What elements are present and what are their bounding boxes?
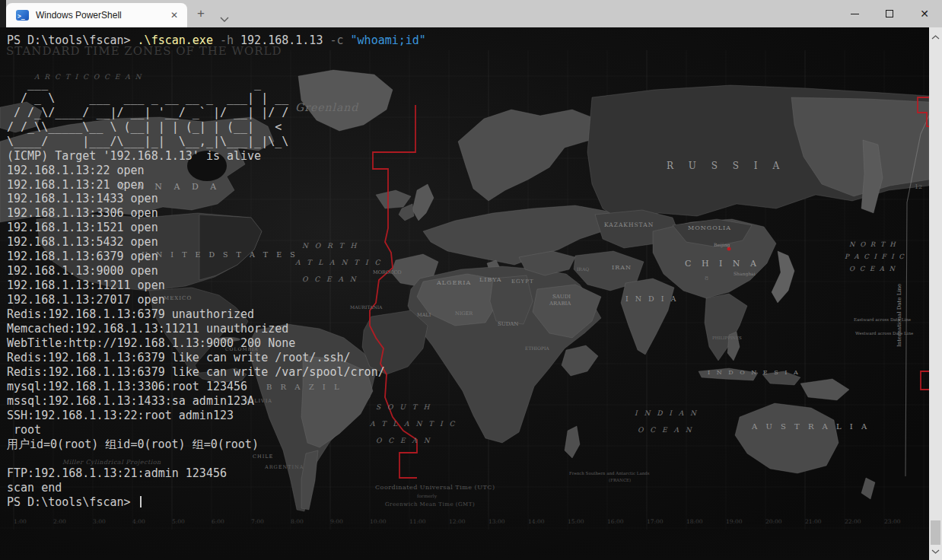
map-label: SAUDI <box>552 294 571 300</box>
map-label: French Southern and Antarctic Lands <box>569 471 650 476</box>
terminal-line: 192.168.1.13:3306 open <box>7 206 426 221</box>
tab-dropdown-button[interactable] <box>220 11 229 25</box>
map-label: Eastward across Date Line <box>854 317 911 322</box>
chevron-down-icon <box>220 17 229 22</box>
terminal-line: Redis:192.168.1.13:6379 unauthorized <box>7 307 426 322</box>
timezone-label: 17:00 <box>647 518 664 525</box>
terminal-line: \____/ |___/\___|_| \__,_|\___|_|\_\ <box>7 135 426 149</box>
minimize-button[interactable] <box>837 0 872 27</box>
map-label: I N D I A N <box>635 409 699 417</box>
scroll-down-icon[interactable] <box>931 544 940 558</box>
command-segment-command: .\fscan.exe <box>138 33 213 47</box>
terminal-line: Memcached:192.168.1.13:11211 unauthorize… <box>7 322 426 336</box>
map-label: EGYPT <box>511 278 534 285</box>
map-label: O C E A N <box>849 265 896 272</box>
command-segment-plain: 192.168.1.13 <box>234 33 329 47</box>
terminal-line: PS D:\tools\fscan> <box>7 495 426 510</box>
scrollbar-thumb[interactable] <box>931 520 940 545</box>
timezone-label: 11:00 <box>409 518 426 525</box>
map-label: IRAN <box>612 264 632 271</box>
terminal-line: / /_\/____/ __|/ __| '__/ _` |/ __| |/ / <box>7 106 426 120</box>
map-label: Shanghai <box>734 271 756 277</box>
close-button[interactable]: ✕ <box>907 0 942 27</box>
timezone-label: 1:00 <box>14 518 27 525</box>
timezone-label: 10:00 <box>370 518 387 525</box>
map-label: ETHIOPIA <box>525 345 549 351</box>
timezone-label: 3:00 <box>93 518 106 525</box>
tab-windows-powershell[interactable]: >_ Windows PowerShell ✕ <box>6 3 187 27</box>
terminal-line: 192.168.1.13:1433 open <box>7 192 426 206</box>
map-label: ALGERIA <box>436 279 471 286</box>
scrollbar[interactable] <box>929 27 942 560</box>
terminal-line: 192.168.1.13:6379 open <box>7 250 426 264</box>
terminal-line: scan end <box>7 481 426 495</box>
terminal-line: 用户id=0(root) 组id=0(root) 组=0(root) <box>7 438 426 452</box>
command-segment-plain <box>213 33 220 47</box>
terminal-line: 192.168.1.13:11211 open <box>7 278 426 293</box>
powershell-icon: >_ <box>16 10 29 21</box>
prompt: PS D:\tools\fscan> <box>7 495 138 509</box>
terminal-line: root <box>7 423 426 438</box>
timezone-label: 23:00 <box>884 518 901 525</box>
titlebar-left-strip <box>0 0 6 27</box>
timezone-label: 19:00 <box>726 518 743 525</box>
terminal-line: mysql:192.168.1.13:3306:root 123456 <box>7 380 426 394</box>
timezone-label: 22:00 <box>845 518 861 525</box>
terminal-line: 192.168.1.13:22 open <box>7 164 426 178</box>
scroll-up-icon[interactable] <box>931 30 940 43</box>
map-label: Westward across Date Line <box>855 331 913 336</box>
map-label: PHILIPPINES <box>712 336 742 340</box>
timezone-label: 21:00 <box>805 518 822 525</box>
terminal-output: PS D:\tools\fscan> .\fscan.exe -h 192.16… <box>0 27 426 509</box>
map-label: ARABIA <box>549 301 571 307</box>
terminal-line: 192.168.1.13:5432 open <box>7 235 426 250</box>
terminal-line: (ICMP) Target '192.168.1.13' is alive <box>7 149 426 164</box>
map-label: R U S S I A <box>667 161 785 171</box>
map-label: 8 <box>705 275 708 282</box>
terminal-line: Redis:192.168.1.13:6379 like can write /… <box>7 351 426 365</box>
timezone-label: 14:00 <box>528 518 545 525</box>
terminal-line: / /_\\_____\__ \ (__| | | (_| | (__| < <box>7 120 426 135</box>
timezone-label: 13:00 <box>489 518 505 525</box>
timezone-label: 8:00 <box>291 518 304 525</box>
map-label: (FRANCE) <box>609 478 631 482</box>
terminal-line: ___ _ <box>7 77 426 91</box>
terminal-line: Redis:192.168.1.13:6379 like can write /… <box>7 365 426 380</box>
text-cursor <box>140 496 142 508</box>
timezone-label: 16:00 <box>607 518 624 525</box>
map-label: LIBYA <box>479 276 502 283</box>
map-label: A U S T R A L I A <box>751 422 870 431</box>
terminal-line: 192.168.1.13:9000 open <box>7 264 426 278</box>
terminal-line: / _ \ ___ ___ _ __ __ _ ___| | __ <box>7 91 426 106</box>
map-label: 12 <box>915 183 922 190</box>
command-segment-prompt: PS D:\tools\fscan> <box>7 33 138 47</box>
map-label: I N D O N E S I A <box>708 369 800 376</box>
map-label: P A C I F I C <box>845 253 905 260</box>
map-label: C H I N A <box>685 259 760 269</box>
terminal-line: SSH:192.168.1.13:22:root admin123 <box>7 409 426 423</box>
map-label: I N D I A <box>625 294 678 303</box>
maximize-button[interactable] <box>872 0 907 27</box>
timezone-label: 5:00 <box>172 518 185 525</box>
terminal-line: FTP:192.168.1.13:21:admin 123456 <box>7 466 426 481</box>
terminal-line: 192.168.1.13:21 open <box>7 178 426 192</box>
titlebar: >_ Windows PowerShell ✕ + ✕ <box>0 0 942 27</box>
map-label: O C E A N <box>638 426 694 434</box>
map-label: MONGOLIA <box>688 224 731 231</box>
terminal-line: PS D:\tools\fscan> .\fscan.exe -h 192.16… <box>7 33 426 48</box>
timezone-label: 6:00 <box>212 518 224 525</box>
timezone-label: 7:00 <box>251 518 264 525</box>
timezone-label: 20:00 <box>765 518 782 525</box>
timezone-label: 12:00 <box>449 518 466 525</box>
terminal-line <box>7 452 426 466</box>
minimize-icon <box>851 14 859 14</box>
new-tab-button[interactable]: + <box>197 8 205 19</box>
terminal-line <box>7 48 426 62</box>
timezone-label: 18:00 <box>686 518 703 525</box>
terminal-content[interactable]: STANDARD TIME ZONES OF THE WORLDA R C T … <box>0 27 929 560</box>
command-segment-plain <box>344 33 351 47</box>
maximize-icon <box>886 10 893 18</box>
tab-close-icon[interactable]: ✕ <box>166 7 183 24</box>
terminal-line: mssql:192.168.1.13:1433:sa admin123A <box>7 394 426 409</box>
command-segment-string: "whoami;id" <box>351 33 426 47</box>
